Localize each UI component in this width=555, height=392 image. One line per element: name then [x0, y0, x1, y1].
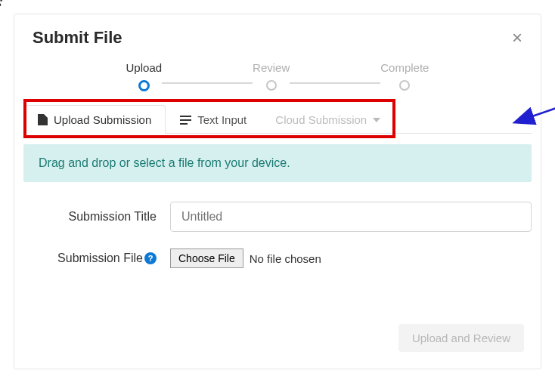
- modal-footer: Upload and Review: [14, 279, 541, 369]
- help-icon[interactable]: ?: [144, 252, 157, 264]
- svg-rect-4: [180, 123, 188, 125]
- submission-title-input[interactable]: [170, 202, 532, 232]
- submission-title-label: Submission Title: [43, 210, 157, 224]
- dropzone-text: Drag and drop or select a file from your…: [39, 156, 290, 169]
- svg-rect-2: [180, 116, 191, 117]
- submission-title-row: Submission Title: [14, 196, 541, 242]
- tab-label: Cloud Submission: [275, 113, 367, 126]
- file-dropzone[interactable]: Drag and drop or select a file from your…: [23, 144, 532, 182]
- file-icon: [38, 114, 48, 125]
- step-label: Review: [253, 61, 290, 74]
- submission-file-label: Submission File ?: [43, 252, 157, 265]
- step-connector: [290, 82, 380, 84]
- submit-file-modal: Submit File × Upload Review Complete: [14, 14, 541, 369]
- tab-label: Upload Submission: [54, 113, 151, 126]
- tab-text-input[interactable]: Text Input: [166, 105, 261, 134]
- step-review: Review: [253, 61, 290, 91]
- svg-rect-3: [180, 119, 191, 121]
- modal-title: Submit File: [33, 28, 122, 48]
- step-dot: [266, 80, 277, 91]
- submission-tabs: Upload Submission Text Input Cloud Submi…: [23, 105, 532, 134]
- file-status-text: No file chosen: [250, 252, 321, 265]
- step-dot: [399, 80, 410, 91]
- tab-cloud-submission[interactable]: Cloud Submission: [261, 105, 395, 134]
- step-dot: [138, 80, 150, 91]
- tab-upload-submission[interactable]: Upload Submission: [23, 105, 166, 134]
- tabs-container: Upload Submission Text Input Cloud Submi…: [23, 105, 532, 134]
- choose-file-button[interactable]: Choose File: [170, 248, 243, 268]
- tab-label: Text Input: [197, 113, 246, 126]
- progress-stepper: Upload Review Complete: [14, 54, 541, 105]
- step-label: Complete: [380, 61, 429, 74]
- step-upload: Upload: [126, 61, 163, 91]
- step-label: Upload: [126, 61, 163, 74]
- mouse-cursor: [0, 0, 6, 8]
- upload-and-review-button[interactable]: Upload and Review: [398, 324, 524, 352]
- text-lines-icon: [180, 116, 191, 125]
- step-complete: Complete: [380, 61, 429, 91]
- close-button[interactable]: ×: [512, 29, 522, 47]
- step-connector: [162, 82, 253, 84]
- modal-header: Submit File ×: [14, 14, 541, 54]
- chevron-down-icon: [373, 118, 380, 122]
- submission-file-row: Submission File ? Choose File No file ch…: [14, 242, 541, 279]
- file-chooser: Choose File No file chosen: [170, 248, 321, 268]
